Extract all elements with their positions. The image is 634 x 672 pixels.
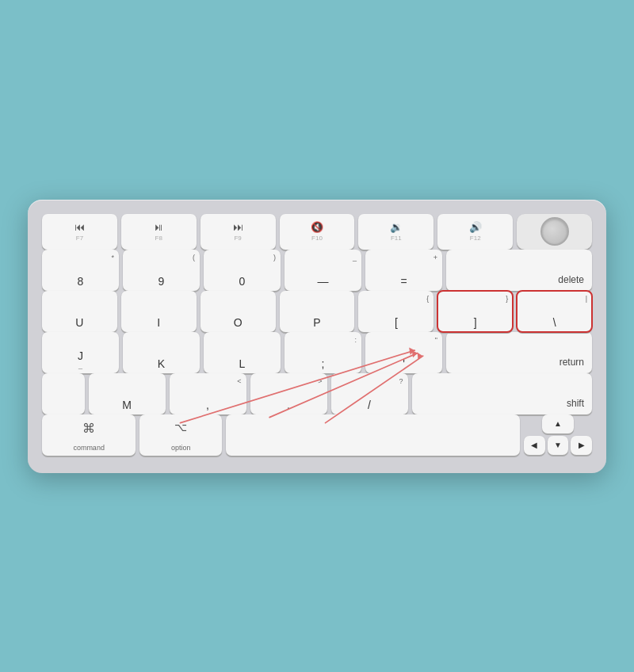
key-o-label: O xyxy=(234,317,243,328)
key-slash-top: ? xyxy=(399,377,403,385)
key-j-label: J xyxy=(78,350,83,361)
key-dash-main: — xyxy=(318,276,329,287)
key-l[interactable]: L xyxy=(204,332,281,373)
fn-key-row: ⏮ F7 ⏯ F8 ⏭ F9 🔇 F10 🔉 F11 🔊 F12 xyxy=(42,214,592,250)
key-equal[interactable]: + = xyxy=(365,250,442,291)
arrow-bottom-row: ◀ ▼ ▶ xyxy=(524,436,592,455)
key-semicolon[interactable]: : ; xyxy=(285,332,361,373)
f12-icon: 🔊 xyxy=(469,221,482,233)
f7-label: F7 xyxy=(76,235,83,242)
key-semicolon-main: ; xyxy=(322,358,325,369)
f10-label: F10 xyxy=(311,235,323,242)
key-0-top: ) xyxy=(273,254,276,262)
key-shift-label: shift xyxy=(567,399,584,408)
f10-icon: 🔇 xyxy=(311,221,323,233)
f11-label: F11 xyxy=(391,235,402,242)
f9-label: F9 xyxy=(234,235,241,242)
key-command-label: command xyxy=(73,445,105,452)
key-option[interactable]: ⌥ option xyxy=(139,414,222,456)
key-bracket-close-main: ] xyxy=(474,317,477,328)
key-shift-left[interactable] xyxy=(42,373,85,414)
key-arrow-down[interactable]: ▼ xyxy=(548,436,569,455)
key-9[interactable]: ( 9 xyxy=(123,250,200,291)
key-comma-top: < xyxy=(237,377,241,385)
key-arrow-right[interactable]: ▶ xyxy=(571,436,592,455)
key-bracket-close-top: } xyxy=(506,295,508,303)
key-equal-main: = xyxy=(400,276,407,287)
key-command[interactable]: ⌘ command xyxy=(42,414,136,456)
key-f7[interactable]: ⏮ F7 xyxy=(42,214,117,250)
arrow-cluster: ▲ ◀ ▼ ▶ xyxy=(524,414,592,456)
key-equal-top: + xyxy=(433,254,437,262)
key-9-top: ( xyxy=(193,254,195,262)
touchid-circle xyxy=(540,217,569,246)
key-period-main: . xyxy=(287,399,290,410)
key-slash[interactable]: ? / xyxy=(331,373,408,414)
key-backslash[interactable]: | \ xyxy=(517,291,592,332)
key-semicolon-top: : xyxy=(354,336,357,344)
key-period-top: > xyxy=(318,377,322,385)
key-0-main: 0 xyxy=(239,276,246,287)
key-u[interactable]: U xyxy=(42,291,117,332)
key-arrow-up[interactable]: ▲ xyxy=(542,414,574,433)
key-m-label: M xyxy=(122,399,132,410)
jkl-key-row: J _ K L : ; " ' return xyxy=(42,332,592,373)
key-shift-right[interactable]: shift xyxy=(412,373,593,414)
key-8-top: * xyxy=(111,254,114,262)
key-8[interactable]: * 8 xyxy=(42,250,119,291)
key-comma[interactable]: < , xyxy=(170,373,246,414)
number-key-row: * 8 ( 9 ) 0 _ — + = delete xyxy=(42,250,592,291)
key-option-label: option xyxy=(171,445,191,452)
key-f8[interactable]: ⏯ F8 xyxy=(121,214,197,250)
key-backslash-top: | xyxy=(586,295,587,303)
f8-label: F8 xyxy=(155,235,162,242)
key-return[interactable]: return xyxy=(446,332,592,373)
key-k-label: K xyxy=(158,358,165,369)
key-k[interactable]: K xyxy=(123,332,200,373)
key-p[interactable]: P xyxy=(280,291,355,332)
f9-icon: ⏭ xyxy=(233,221,243,233)
key-9-main: 9 xyxy=(158,276,165,287)
key-i[interactable]: I xyxy=(121,291,197,332)
key-bracket-open[interactable]: { [ xyxy=(358,291,433,332)
key-comma-main: , xyxy=(206,399,209,410)
key-quote-main: ' xyxy=(403,358,405,369)
key-return-label: return xyxy=(560,357,584,367)
key-f12[interactable]: 🔊 F12 xyxy=(437,214,513,250)
key-backslash-main: \ xyxy=(553,317,556,328)
key-period[interactable]: > . xyxy=(250,373,327,414)
uiop-key-row: U I O P { [ } ] | \ xyxy=(42,291,592,332)
key-f9[interactable]: ⏭ F9 xyxy=(201,214,276,250)
key-0[interactable]: ) 0 xyxy=(204,250,281,291)
key-o[interactable]: O xyxy=(201,291,276,332)
command-icon: ⌘ xyxy=(82,421,95,436)
key-8-main: 8 xyxy=(78,276,84,287)
keyboard: ⏮ F7 ⏯ F8 ⏭ F9 🔇 F10 🔉 F11 🔊 F12 xyxy=(28,200,606,473)
key-delete[interactable]: delete xyxy=(446,250,592,291)
option-icon: ⌥ xyxy=(174,421,187,433)
key-quote[interactable]: " ' xyxy=(365,332,442,373)
key-i-label: I xyxy=(157,317,160,328)
key-f11[interactable]: 🔉 F11 xyxy=(358,214,433,250)
f7-icon: ⏮ xyxy=(74,221,85,233)
key-quote-top: " xyxy=(435,336,437,344)
key-arrow-left[interactable]: ◀ xyxy=(524,436,545,455)
key-touchid[interactable] xyxy=(517,214,592,250)
key-p-label: P xyxy=(313,317,320,328)
key-dash-top: _ xyxy=(353,254,357,262)
key-m[interactable]: M xyxy=(89,373,166,414)
m-key-row: M < , > . ? / shift xyxy=(42,373,592,414)
key-space[interactable] xyxy=(226,414,520,456)
key-bracket-open-main: [ xyxy=(395,317,398,328)
key-delete-label: delete xyxy=(558,275,584,284)
modifier-key-row: ⌘ command ⌥ option ▲ ◀ ▼ ▶ xyxy=(42,414,592,456)
key-j[interactable]: J _ xyxy=(42,332,119,373)
key-bracket-close[interactable]: } ] xyxy=(437,291,513,332)
key-j-sub: _ xyxy=(78,362,82,369)
key-f10[interactable]: 🔇 F10 xyxy=(280,214,355,250)
key-slash-main: / xyxy=(368,399,371,410)
f12-label: F12 xyxy=(470,235,481,242)
key-dash[interactable]: _ — xyxy=(285,250,361,291)
key-l-label: L xyxy=(239,358,246,369)
f11-icon: 🔉 xyxy=(390,221,403,233)
